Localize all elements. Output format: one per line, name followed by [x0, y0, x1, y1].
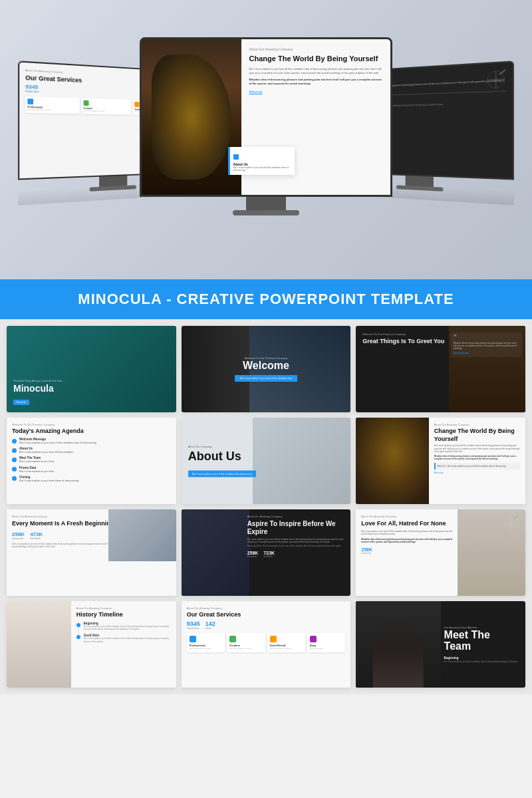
- aspire-label: About Our Amazing Company: [247, 515, 346, 518]
- timeline-item-2: Good Start But I must explain to you all…: [76, 634, 171, 642]
- stat-label: Projects Done: [25, 90, 39, 93]
- history-label: About Our Amazing Company: [76, 606, 171, 610]
- love-bold: Mistaken idea of denouncing pleasure and…: [361, 538, 453, 543]
- services-card-4: Easy But I must explain: [307, 633, 345, 652]
- service-card-2: Creative But I must explain to you how: [82, 98, 131, 115]
- great-label: Welcome To Our Previous Company: [362, 332, 447, 336]
- love-stat-1: 258K Investment: [361, 547, 372, 555]
- agenda-label: Welcome To Our Previous Company: [12, 423, 171, 426]
- service-icon-3: [134, 102, 139, 107]
- slide-thumb-history[interactable]: About Our Amazing Company History Timeli…: [7, 601, 176, 688]
- meet-person-area: [356, 601, 440, 688]
- agenda-item-4: Promo Data But I must explain to you how: [12, 466, 171, 473]
- slide-thumb-welcome[interactable]: Welcome To Our Previous Company Welcome …: [182, 326, 351, 412]
- minocula-content: The Best Thing Always Come At The End Mi…: [13, 379, 62, 406]
- aspire-text: But I must explain to you have all this …: [247, 538, 346, 543]
- slide-thumb-great-things[interactable]: Welcome To Our Previous Company Great Th…: [356, 326, 525, 412]
- every-stat-1-num: 258K: [12, 531, 25, 537]
- quote-author: Minocula Quotes: [454, 352, 519, 354]
- services-card-text-1: But I must explain to you how: [190, 648, 222, 650]
- aspire-stats: 258K Investment 723K Net Worth: [247, 551, 346, 558]
- services-card-2: Creative But I must explain to you how: [227, 633, 265, 652]
- love-decoration-icon: [501, 515, 520, 533]
- about-us-content: About Our Company About Us But I must ex…: [188, 445, 256, 477]
- slide-thumb-aspire[interactable]: About Our Amazing Company Aspire To Insp…: [182, 509, 351, 596]
- about-us-label: About Our Company: [188, 445, 256, 448]
- change-bold: Mistaken idea of denouncing pleasure and…: [434, 455, 520, 460]
- monitor-screen-main: About Our Amazing Company Change The Wor…: [140, 37, 392, 197]
- aspire-stat-1-num: 258K: [247, 551, 259, 555]
- services-label: About Our Amazing Company: [187, 606, 346, 610]
- screen-main-bold: Mistaken idea of denouncing pleasure and…: [249, 78, 382, 86]
- services-stat-1-label: Projects Done: [187, 627, 200, 630]
- horse-shape: [152, 55, 231, 179]
- timeline-body-1: But I must explain to you all the mistak…: [84, 625, 171, 630]
- services-stat-2-label: Clients: [205, 627, 215, 630]
- screen-right-panel: About Our Amazing Company Change The Wor…: [241, 39, 390, 195]
- slide-thumb-meet-team[interactable]: Our Amazing Team Member Meet The Team Be…: [356, 601, 525, 688]
- services-card-text-3: But I must explain to you how: [270, 648, 303, 650]
- slide-thumb-agenda[interactable]: Welcome To Our Previous Company Today's …: [7, 418, 176, 504]
- change-text: But I must explain to you how all this m…: [434, 444, 520, 453]
- about-bg-image: [253, 418, 351, 504]
- welcome-button[interactable]: But I must explain to you how of this mi…: [235, 375, 298, 382]
- services-card-icon-1: [190, 636, 196, 642]
- agenda-item-2-text: But I must explain to you how all this m…: [19, 450, 74, 454]
- services-stats: 9345 Projects Done 142 Clients: [187, 620, 346, 630]
- slide-thumb-about-us[interactable]: About Our Company About Us But I must ex…: [182, 418, 351, 504]
- welcome-title: Welcome: [243, 360, 289, 372]
- about-us-button[interactable]: But I must explain to you of this mistak…: [188, 470, 256, 477]
- every-title: Every Moment Is A Fresh Beginning: [12, 520, 115, 528]
- timeline-body-2: But I must explain to you all the mistak…: [84, 637, 171, 642]
- agenda-item-1-text: But I must explain to you how of this mi…: [19, 441, 96, 444]
- aspire-stat-2-num: 723K: [263, 551, 275, 555]
- slide-thumb-change-world[interactable]: About Our Amazing Company Change The Wor…: [356, 418, 525, 504]
- every-stat-1: 258K Investment: [12, 531, 25, 540]
- agenda-title: Today's Amazing Agenda: [12, 428, 171, 434]
- slide-thumb-services[interactable]: About Our Amazing Company Our Great Serv…: [182, 601, 351, 688]
- services-card-icon-4: [310, 636, 317, 642]
- slide-thumb-every-moment[interactable]: About Our Amazing Company Every Moment I…: [7, 509, 176, 596]
- services-card-title-1: Professional: [190, 644, 222, 647]
- monitor-main: About Our Amazing Company Change The Wor…: [140, 37, 392, 223]
- agenda-icon-2: [12, 448, 17, 453]
- services-cards: Professional But I must explain to you h…: [187, 633, 346, 652]
- banner-section: MINOCULA - CREATIVE POWERPOINT TEMPLATE: [0, 279, 532, 319]
- meet-title: Meet The Team: [444, 629, 519, 652]
- services-card-title-3: Good Result: [270, 644, 303, 647]
- meet-sub-text: But I must explain to you all the mistak…: [444, 660, 519, 663]
- slide-thumb-minocula[interactable]: The Best Thing Always Come At The End Mi…: [7, 326, 176, 412]
- agenda-item-1: Welcome Message But I must explain to yo…: [12, 438, 171, 444]
- change-right-panel: About Our Amazing Company Change The Wor…: [429, 418, 525, 504]
- hero-section: About Our Amazing Company Our Great Serv…: [0, 0, 532, 279]
- slide-thumb-love-all[interactable]: About Our Amazing Company Love For All, …: [356, 509, 525, 596]
- meet-content: Our Amazing Team Member Meet The Team Be…: [438, 601, 525, 688]
- great-title: Great Things Is To Greet You: [362, 338, 447, 346]
- great-quote: " Mistaken idea of denouncing pleasure a…: [451, 332, 522, 357]
- timeline-dot-2: [76, 635, 80, 639]
- minocula-button[interactable]: Minocula: [13, 400, 29, 405]
- change-label: About Our Amazing Company: [434, 423, 520, 426]
- minocula-title: Minocula: [13, 384, 62, 394]
- love-stat-1-label: Investment: [361, 552, 372, 555]
- services-stat-1: 9345 Projects Done: [187, 620, 200, 630]
- services-stat-1-num: 9345: [187, 620, 200, 627]
- love-title: Love For All, Hatred For None: [361, 520, 456, 528]
- services-card-icon-2: [229, 636, 236, 642]
- about-us-title: About Us: [188, 450, 256, 464]
- screen-left-panel: [142, 39, 241, 195]
- services-stat-2-num: 142: [205, 620, 215, 627]
- screen-content-main: About Our Amazing Company Change The Wor…: [142, 39, 390, 195]
- service-text-2: But I must explain to you how: [84, 110, 129, 112]
- banner-title: MINOCULA - CREATIVE POWERPOINT TEMPLATE: [78, 291, 454, 308]
- aspire-stat-1: 258K Investment: [247, 551, 259, 558]
- services-card-1: Professional But I must explain to you h…: [187, 633, 225, 652]
- every-stat-2: 473K Net Worth: [30, 531, 43, 540]
- agenda-item-3-text: But I must explain to you how: [19, 460, 54, 463]
- agenda-item-5-text: But I must explain to you how ideas of d…: [19, 479, 78, 482]
- timeline-item-1: Beginning But I must explain to you all …: [76, 622, 171, 630]
- services-card-text-4: But I must explain: [310, 648, 342, 650]
- service-text-1: But I must explain to you how: [27, 108, 77, 112]
- every-stat-2-label: Net Worth: [30, 537, 43, 540]
- services-card-3: Good Result But I must explain to you ho…: [267, 633, 305, 652]
